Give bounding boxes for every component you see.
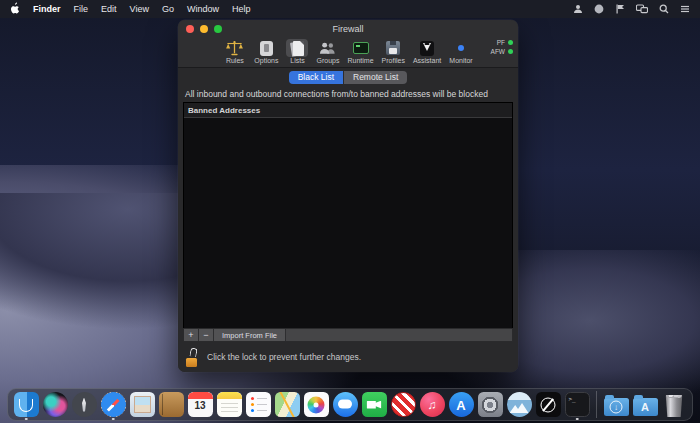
siri-icon[interactable] <box>594 4 604 14</box>
toolbar-item-profiles[interactable]: Profiles <box>382 39 405 65</box>
window-footer: Click the lock to prevent further change… <box>178 342 518 372</box>
dock-icon-facetime[interactable] <box>361 389 387 420</box>
menu-bar-status-area <box>573 4 690 14</box>
dock-icon-contacts[interactable] <box>158 389 184 420</box>
dock-icon-system-preferences[interactable] <box>477 389 503 420</box>
firewall-window: Firewall Rules Options Lists <box>178 20 518 372</box>
toolbar-item-rules[interactable]: Rules <box>223 39 246 65</box>
list-tabs: Black List Remote List <box>289 71 408 84</box>
title-bar[interactable]: Firewall <box>178 20 518 37</box>
notification-center-icon[interactable] <box>680 4 690 14</box>
table-body-empty[interactable] <box>184 118 512 328</box>
toolbar-item-options[interactable]: Options <box>254 39 278 65</box>
dock-icon-trash[interactable] <box>661 389 687 420</box>
people-icon <box>316 39 339 57</box>
flag-icon[interactable] <box>615 4 625 14</box>
table-column-header[interactable]: Banned Addresses <box>184 103 512 118</box>
toolbar-item-label: Runtime <box>347 57 373 65</box>
afw-status-label: AFW <box>491 48 505 55</box>
toolbar-item-label: Rules <box>226 57 244 65</box>
dock-icon-applications-folder[interactable] <box>632 389 658 420</box>
floppy-disk-icon <box>382 39 404 57</box>
dock-icon-murus[interactable] <box>506 389 532 420</box>
remove-button[interactable]: − <box>199 329 214 341</box>
switch-icon <box>255 39 277 57</box>
desktop: Finder File Edit View Go Window Help Fir… <box>0 0 700 423</box>
dock-icon-finder[interactable] <box>13 389 39 420</box>
dock-icon-maps[interactable] <box>274 389 300 420</box>
dock-icon-launchpad[interactable] <box>71 389 97 420</box>
import-from-file-button[interactable]: Import From File <box>214 329 286 341</box>
actions-bar-spacer <box>286 329 512 341</box>
toolbar-item-label: Lists <box>290 57 304 65</box>
dock-icon-siri[interactable] <box>42 389 68 420</box>
toolbar-item-label: Monitor <box>449 57 472 65</box>
documents-icon <box>286 39 308 57</box>
unlocked-padlock-icon[interactable] <box>186 348 198 367</box>
calendar-day-number: 13 <box>188 400 213 411</box>
scales-icon <box>223 39 246 57</box>
dock-icon-calendar[interactable]: 13 <box>187 389 213 420</box>
dock-icon-firewall[interactable] <box>390 389 416 420</box>
menu-item-file[interactable]: File <box>74 4 89 14</box>
toolbar-item-groups[interactable]: Groups <box>316 39 339 65</box>
dock-icon-mail[interactable] <box>129 389 155 420</box>
close-button[interactable] <box>186 25 194 33</box>
toolbar-item-monitor[interactable]: Monitor <box>449 39 472 65</box>
spotlight-search-icon[interactable] <box>659 4 669 14</box>
info-text: All inbound and outbound connections fro… <box>178 87 518 102</box>
dock-icon-downloads-folder[interactable] <box>603 389 629 420</box>
menu-item-window[interactable]: Window <box>187 4 219 14</box>
tuxedo-icon <box>416 39 438 57</box>
dock-icon-notes[interactable] <box>216 389 242 420</box>
dock: 13 <box>7 388 693 421</box>
menu-bar: Finder File Edit View Go Window Help <box>0 0 700 18</box>
afw-status-dot <box>508 49 513 54</box>
menu-item-edit[interactable]: Edit <box>101 4 117 14</box>
toolbar: Rules Options Lists Groups Runtime <box>178 37 518 68</box>
tabs-row: Black List Remote List <box>178 68 518 87</box>
tab-black-list[interactable]: Black List <box>289 71 343 84</box>
dock-icon-safari[interactable] <box>100 389 126 420</box>
dock-icon-photos[interactable] <box>303 389 329 420</box>
blue-dot-icon <box>450 39 472 57</box>
dock-icon-itunes[interactable] <box>419 389 445 420</box>
menu-item-finder[interactable]: Finder <box>33 4 61 14</box>
pf-status-label: PF <box>497 39 505 46</box>
zoom-button[interactable] <box>214 25 222 33</box>
tab-remote-list[interactable]: Remote List <box>343 71 407 84</box>
dock-icon-reminders[interactable] <box>245 389 271 420</box>
dock-icon-messages[interactable] <box>332 389 358 420</box>
toolbar-item-label: Profiles <box>382 57 405 65</box>
toolbar-item-label: Assistant <box>413 57 441 65</box>
toolbar-item-runtime[interactable]: Runtime <box>347 39 373 65</box>
window-title: Firewall <box>332 24 363 34</box>
toolbar-item-assistant[interactable]: Assistant <box>413 39 441 65</box>
add-button[interactable]: + <box>184 329 199 341</box>
minimize-button[interactable] <box>200 25 208 33</box>
toolbar-item-label: Options <box>254 57 278 65</box>
dock-icon-app-store[interactable] <box>448 389 474 420</box>
firewall-status: PF AFW <box>491 39 513 55</box>
dock-icon-terminal[interactable] <box>564 389 590 420</box>
apple-logo-icon[interactable] <box>10 2 20 16</box>
toolbar-item-label: Groups <box>316 57 339 65</box>
dock-separator <box>596 391 597 418</box>
table-actions-bar: + − Import From File <box>183 328 513 342</box>
user-lock-icon[interactable] <box>573 4 583 14</box>
menu-item-help[interactable]: Help <box>232 4 251 14</box>
lock-hint-text: Click the lock to prevent further change… <box>207 352 361 362</box>
menu-item-go[interactable]: Go <box>162 4 174 14</box>
toolbar-item-lists[interactable]: Lists <box>286 39 308 65</box>
banned-addresses-table[interactable]: Banned Addresses <box>183 102 513 328</box>
menu-item-view[interactable]: View <box>130 4 149 14</box>
pf-status-dot <box>508 40 513 45</box>
window-content: Black List Remote List All inbound and o… <box>178 68 518 372</box>
traffic-lights <box>186 20 222 37</box>
terminal-icon <box>350 39 372 57</box>
displays-icon[interactable] <box>636 4 648 14</box>
dock-icon-vallum[interactable] <box>535 389 561 420</box>
